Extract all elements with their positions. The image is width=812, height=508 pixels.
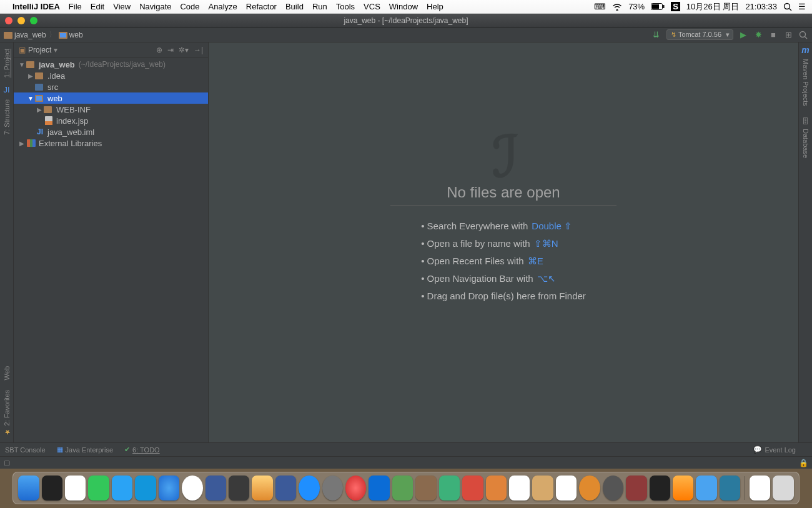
tree-external-libs[interactable]: ▶ External Libraries [14, 137, 208, 149]
dock-app[interactable] [159, 476, 179, 501]
breadcrumb-root[interactable]: java_web [14, 31, 46, 39]
menu-vcs[interactable]: VCS [364, 2, 380, 11]
dock-app[interactable] [720, 476, 740, 501]
java-ee-tab[interactable]: ▦Java Enterprise [57, 446, 113, 454]
dock-app[interactable] [556, 476, 577, 501]
project-tool-tab[interactable]: 1: Project [3, 45, 11, 81]
expand-arrow-icon[interactable]: ▼ [26, 95, 35, 102]
menubar-time[interactable]: 21:03:33 [745, 2, 777, 11]
dock-app[interactable] [275, 476, 296, 501]
scroll-from-source-icon[interactable]: ⊕ [156, 46, 162, 54]
menu-window[interactable]: Window [389, 2, 418, 11]
favorites-tool-tab[interactable]: ★ 2: Favorites [2, 386, 11, 440]
dock-app[interactable] [229, 476, 249, 501]
wifi-icon[interactable] [612, 3, 622, 11]
dock-app[interactable] [345, 476, 366, 501]
dock-app[interactable] [650, 476, 670, 501]
expand-arrow-icon[interactable]: ▼ [17, 61, 26, 68]
dock-app[interactable] [182, 476, 202, 501]
dock-app[interactable] [65, 476, 86, 501]
menu-help[interactable]: Help [427, 2, 443, 11]
run-configuration-dropdown[interactable]: ↯Tomcat 7.0.56 [666, 29, 733, 40]
structure-icon[interactable]: ⊞ [783, 30, 793, 40]
dock-app[interactable] [42, 476, 62, 501]
dock-app[interactable] [88, 476, 109, 501]
dock-app[interactable] [603, 476, 623, 501]
breadcrumb[interactable]: java_web 〉 web [4, 29, 83, 40]
sbt-console-tab[interactable]: SBT Console [5, 446, 46, 454]
tree-src[interactable]: src [14, 81, 208, 92]
sogou-icon[interactable]: S [671, 2, 680, 11]
menu-edit[interactable]: Edit [91, 2, 104, 11]
menu-analyze[interactable]: Analyze [209, 2, 237, 11]
battery-icon[interactable] [651, 3, 665, 10]
event-log-tab[interactable]: 💬Event Log [753, 446, 796, 454]
make-project-icon[interactable]: ⇊ [651, 30, 661, 40]
dock-app[interactable] [369, 476, 389, 501]
tree-idea[interactable]: ▶ .idea [14, 70, 208, 81]
keyboard-icon[interactable]: ⌨ [594, 2, 606, 11]
dock-app[interactable] [18, 476, 39, 501]
run-button[interactable]: ▶ [738, 30, 748, 40]
dock-app[interactable] [532, 476, 553, 501]
menu-refactor[interactable]: Refactor [246, 2, 277, 11]
todo-tab[interactable]: ✔6: TODO [124, 446, 160, 454]
tree-web[interactable]: ▼ web [14, 92, 208, 104]
dock-app[interactable] [252, 476, 272, 501]
debug-button[interactable]: ✸ [753, 30, 763, 40]
dock-app[interactable] [439, 476, 460, 501]
gear-icon[interactable]: ✲▾ [179, 46, 189, 54]
database-tool-tab[interactable]: Database [802, 125, 810, 162]
expand-arrow-icon[interactable]: ▶ [26, 72, 35, 79]
expand-arrow-icon[interactable]: ▶ [35, 106, 44, 113]
project-panel-title[interactable]: Project [28, 46, 51, 54]
maven-tool-tab[interactable]: Maven Projects [802, 55, 810, 110]
close-window-button[interactable] [5, 17, 12, 24]
minimize-window-button[interactable] [17, 17, 25, 24]
breadcrumb-web[interactable]: web [69, 31, 83, 39]
search-icon[interactable] [798, 30, 808, 40]
dock-app[interactable] [112, 476, 132, 501]
notification-icon[interactable]: ☰ [798, 2, 806, 11]
tree-root[interactable]: ▼ java_web(~/IdeaProjects/java_web) [14, 59, 208, 70]
dock-app[interactable] [322, 476, 343, 501]
dock-app[interactable] [579, 476, 600, 501]
dock-app[interactable] [415, 476, 436, 501]
menubar-date[interactable]: 10月26日 周日 [686, 1, 740, 12]
stop-button[interactable]: ■ [768, 30, 778, 40]
tool-windows-toggle-icon[interactable]: ▢ [4, 459, 10, 467]
app-name[interactable]: IntelliJ IDEA [12, 2, 60, 11]
dock-app[interactable] [462, 476, 483, 501]
spotlight-icon[interactable] [783, 2, 792, 11]
dock-app[interactable] [750, 476, 770, 501]
dock-app-intellij[interactable] [205, 476, 226, 501]
dock-trash[interactable] [773, 476, 793, 501]
expand-arrow-icon[interactable]: ▶ [17, 140, 26, 147]
editor-area[interactable]: ℐ No files are open • Search Everywhere … [209, 42, 798, 442]
dock-app[interactable] [509, 476, 530, 501]
menu-file[interactable]: File [69, 2, 82, 11]
hide-panel-icon[interactable]: →| [194, 46, 203, 54]
dock-app[interactable] [626, 476, 646, 501]
dock-app[interactable] [392, 476, 413, 501]
web-tool-tab[interactable]: Web [3, 362, 11, 384]
dock-app[interactable] [486, 476, 507, 501]
tree-index-jsp[interactable]: index.jsp [14, 115, 208, 126]
dock-app[interactable] [135, 476, 156, 501]
lock-icon[interactable]: 🔒 [799, 459, 808, 467]
dock-app[interactable] [299, 476, 319, 501]
menu-build[interactable]: Build [285, 2, 304, 11]
menu-navigate[interactable]: Navigate [139, 2, 171, 11]
tree-webinf[interactable]: ▶ WEB-INF [14, 104, 208, 115]
menu-tools[interactable]: Tools [336, 2, 355, 11]
zoom-window-button[interactable] [30, 17, 37, 24]
menu-code[interactable]: Code [180, 2, 199, 11]
structure-tool-tab[interactable]: 7: Structure [3, 96, 11, 139]
tree-iml[interactable]: JI java_web.iml [14, 126, 208, 137]
collapse-all-icon[interactable]: ⇥ [167, 46, 174, 54]
menu-view[interactable]: View [113, 2, 131, 11]
project-tree[interactable]: ▼ java_web(~/IdeaProjects/java_web) ▶ .i… [14, 57, 208, 442]
dock-app[interactable] [696, 476, 716, 501]
dock-app[interactable] [673, 476, 693, 501]
menu-run[interactable]: Run [312, 2, 327, 11]
